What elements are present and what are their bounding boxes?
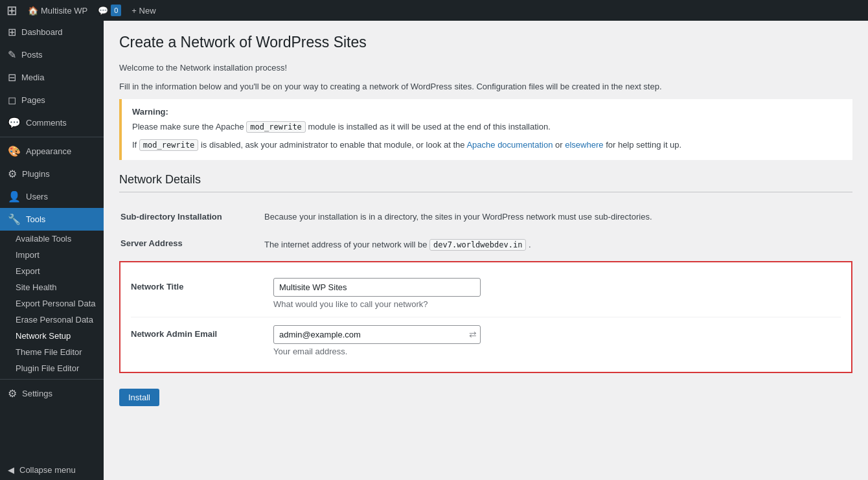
comments-sidebar-icon: 💬	[8, 117, 21, 129]
sidebar-sub-export-personal-data[interactable]: Export Personal Data	[0, 295, 104, 312]
comments-link[interactable]: 💬 0	[98, 5, 121, 16]
tools-icon: 🔧	[8, 213, 21, 225]
sidebar-item-appearance[interactable]: 🎨 Appearance	[0, 140, 104, 163]
warning-title: Warning:	[132, 107, 842, 117]
settings-icon: ⚙	[8, 387, 17, 400]
network-admin-email-label: Network Admin Email	[131, 325, 273, 339]
sidebar-sub-network-setup[interactable]: Network Setup	[0, 328, 104, 344]
sidebar-separator-2	[0, 379, 104, 380]
mod-rewrite-code-2: mod_rewrite	[139, 139, 198, 151]
subdirectory-label: Sub-directory Installation	[120, 204, 263, 229]
home-icon: 🏠	[28, 6, 38, 16]
sidebar: ⊞ Dashboard ✎ Posts ⊟ Media ◻ Pages 💬 Co…	[0, 21, 104, 480]
network-title-row: Network Title What would you like to cal…	[131, 270, 841, 317]
page-title: Create a Network of WordPress Sites	[119, 34, 852, 51]
sidebar-item-media[interactable]: ⊟ Media	[0, 66, 104, 89]
network-admin-email-field: ⇄ Your email address.	[273, 325, 841, 356]
subdirectory-row: Sub-directory Installation Because your …	[120, 204, 851, 229]
plugins-icon: ⚙	[8, 168, 17, 180]
network-admin-email-row: Network Admin Email ⇄ Your email address…	[131, 317, 841, 364]
sidebar-sub-plugin-file-editor[interactable]: Plugin File Editor	[0, 360, 104, 376]
posts-icon: ✎	[8, 49, 16, 61]
sidebar-sub-erase-personal-data[interactable]: Erase Personal Data	[0, 312, 104, 328]
network-details-title: Network Details	[119, 173, 852, 192]
sidebar-item-dashboard[interactable]: ⊞ Dashboard	[0, 21, 104, 43]
sidebar-item-tools[interactable]: 🔧 Tools	[0, 208, 104, 231]
warning-text-2: If mod_rewrite is disabled, ask your adm…	[132, 139, 842, 152]
network-title-label: Network Title	[131, 278, 273, 291]
dashboard-icon: ⊞	[8, 26, 16, 38]
sidebar-sub-export[interactable]: Export	[0, 263, 104, 279]
appearance-icon: 🎨	[8, 145, 21, 157]
collapse-icon: ◀	[8, 465, 14, 475]
sidebar-separator-1	[0, 137, 104, 137]
server-address-row: Server Address The internet address of y…	[120, 231, 851, 260]
sidebar-item-pages[interactable]: ◻ Pages	[0, 89, 104, 111]
media-icon: ⊟	[8, 71, 16, 84]
collapse-menu-item[interactable]: ◀ Collapse menu	[0, 460, 104, 480]
new-content-link[interactable]: + New	[131, 6, 155, 16]
network-details-table: Sub-directory Installation Because your …	[119, 203, 852, 261]
warning-text-1: Please make sure the Apache mod_rewrite …	[132, 120, 842, 134]
network-title-hint: What would you like to call your network…	[273, 299, 841, 309]
sidebar-item-posts[interactable]: ✎ Posts	[0, 43, 104, 66]
users-icon: 👤	[8, 190, 21, 203]
sidebar-item-users[interactable]: 👤 Users	[0, 185, 104, 208]
site-name-link[interactable]: 🏠 Multisite WP	[28, 6, 87, 16]
sidebar-sub-import[interactable]: Import	[0, 247, 104, 263]
sidebar-item-plugins[interactable]: ⚙ Plugins	[0, 163, 104, 185]
network-title-field: What would you like to call your network…	[273, 278, 841, 309]
server-address-value: The internet address of your network wil…	[264, 231, 851, 260]
sidebar-item-comments[interactable]: 💬 Comments	[0, 111, 104, 134]
admin-email-input[interactable]	[273, 325, 481, 344]
main-content: Create a Network of WordPress Sites Welc…	[104, 21, 868, 480]
intro-text-2: Fill in the information below and you'll…	[119, 80, 852, 94]
subdirectory-value: Because your installation is in a direct…	[264, 204, 851, 229]
top-bar: ⊞ 🏠 Multisite WP 💬 0 + New	[0, 0, 868, 21]
sidebar-sub-theme-file-editor[interactable]: Theme File Editor	[0, 344, 104, 360]
sidebar-item-settings[interactable]: ⚙ Settings	[0, 382, 104, 405]
server-address-label: Server Address	[120, 231, 263, 260]
intro-text-1: Welcome to the Network installation proc…	[119, 62, 852, 75]
network-title-input[interactable]	[273, 278, 481, 297]
email-input-wrapper: ⇄	[273, 325, 481, 344]
comment-icon: 💬	[98, 6, 108, 16]
admin-email-hint: Your email address.	[273, 347, 841, 356]
wp-logo[interactable]: ⊞	[6, 3, 17, 18]
server-address-code: dev7.worldwebdev.in	[429, 239, 526, 251]
warning-box: Warning: Please make sure the Apache mod…	[119, 99, 852, 161]
sidebar-sub-site-health[interactable]: Site Health	[0, 279, 104, 295]
sidebar-sub-available-tools[interactable]: Available Tools	[0, 231, 104, 247]
install-button[interactable]: Install	[119, 389, 159, 406]
elsewhere-link[interactable]: elsewhere	[565, 140, 603, 150]
pages-icon: ◻	[8, 94, 16, 106]
bordered-form-section: Network Title What would you like to cal…	[119, 261, 852, 373]
apache-doc-link[interactable]: Apache documentation	[466, 140, 553, 150]
mod-rewrite-code-1: mod_rewrite	[246, 121, 305, 133]
